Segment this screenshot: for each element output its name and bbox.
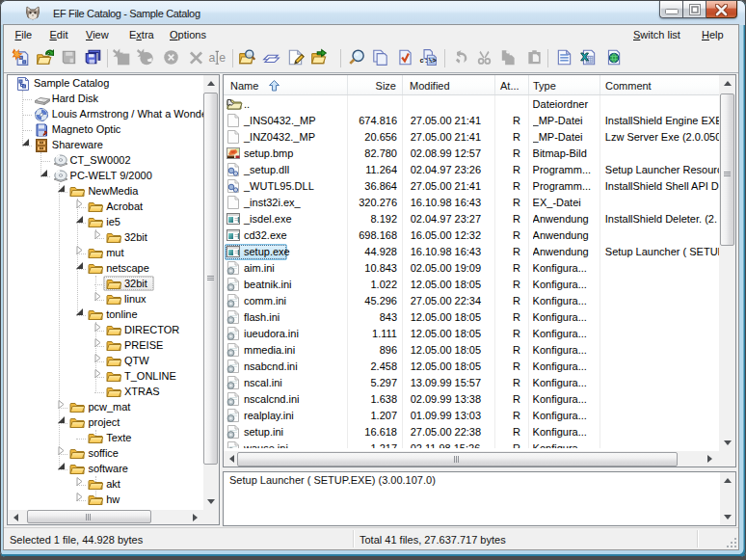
svg-text:c:\>: c:\>	[420, 57, 437, 65]
svg-text:a: a	[209, 50, 216, 64]
svg-text:e: e	[219, 50, 226, 64]
